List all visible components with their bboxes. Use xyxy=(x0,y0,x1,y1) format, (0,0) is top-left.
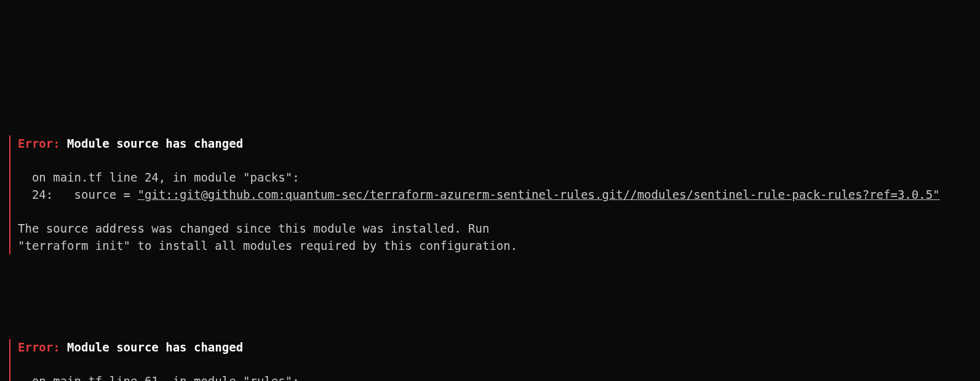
error-label: Error: xyxy=(18,340,60,354)
error-location: on main.tf line 61, in module "rules": xyxy=(18,374,300,381)
error-block: Error: Module source has changed on main… xyxy=(0,119,980,271)
error-code-prefix: 24: source = xyxy=(18,188,137,201)
error-body: Error: Module source has changed on main… xyxy=(9,339,980,381)
error-location: on main.tf line 24, in module "packs": xyxy=(18,170,300,184)
error-title: Module source has changed xyxy=(67,137,243,150)
error-body: Error: Module source has changed on main… xyxy=(9,135,980,254)
error-title: Module source has changed xyxy=(67,340,243,354)
error-block: Error: Module source has changed on main… xyxy=(0,323,980,381)
error-explain-line: The source address was changed since thi… xyxy=(18,222,489,235)
error-explain-line: "terraform init" to install all modules … xyxy=(18,239,517,252)
error-label: Error: xyxy=(18,137,60,150)
terminal-output: Error: Module source has changed on main… xyxy=(0,85,980,381)
error-source-url: "git::git@github.com:quantum-sec/terrafo… xyxy=(137,188,939,201)
